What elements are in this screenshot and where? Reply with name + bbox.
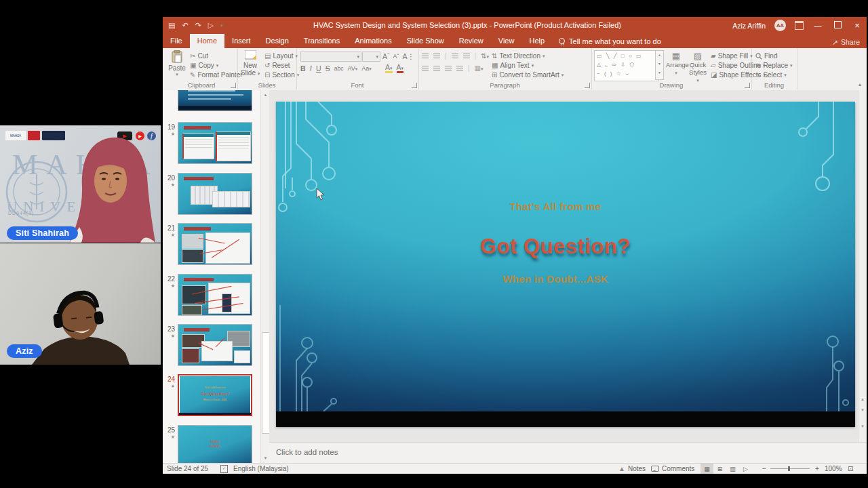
redo-icon[interactable]: ↷ (195, 21, 201, 30)
tell-me-box[interactable]: Tell me what you want to do (552, 34, 668, 48)
next-slide-icon[interactable]: ▾ (859, 407, 867, 413)
align-right-icon[interactable] (445, 66, 452, 71)
collapse-ribbon-icon[interactable]: ▴ (859, 81, 861, 87)
justify-icon[interactable] (456, 66, 463, 71)
thumbnail-scrollbar[interactable]: ▴ ▾ (260, 90, 270, 463)
align-center-icon[interactable] (433, 66, 440, 71)
tab-review[interactable]: Review (452, 34, 491, 48)
convert-smartart-button[interactable]: ⊞Convert to SmartArt▾ (492, 70, 564, 79)
save-icon[interactable]: ▤ (168, 21, 175, 30)
strikethrough-button[interactable]: S (326, 64, 330, 73)
thumbnail-slide-20[interactable] (178, 173, 252, 215)
numbering-icon[interactable] (433, 54, 440, 59)
slideshow-view-button[interactable]: ▷ (739, 464, 752, 474)
tab-home[interactable]: Home (190, 34, 224, 48)
increase-indent-icon[interactable] (463, 54, 470, 59)
section-button[interactable]: ⊟Section▾ (264, 70, 299, 79)
font-dialog-launcher[interactable] (412, 83, 417, 88)
start-slideshow-icon[interactable]: ▷ (208, 21, 214, 30)
shrink-font-button[interactable]: Aˇ (393, 53, 399, 60)
tab-slideshow[interactable]: Slide Show (399, 34, 452, 48)
bullets-icon[interactable] (422, 54, 429, 59)
bold-button[interactable]: B (300, 64, 306, 73)
decrease-indent-icon[interactable] (452, 54, 458, 59)
zoom-level[interactable]: 100% (825, 464, 842, 474)
account-avatar[interactable]: AA (774, 20, 786, 31)
shapes-gallery-scroll[interactable]: ▴▾▾ (655, 50, 664, 80)
arrange-button[interactable]: ▦ Arrange ▾ (666, 51, 686, 76)
font-name-combo[interactable]: ▾ (300, 52, 361, 62)
change-case-button[interactable]: Aa▾ (361, 65, 372, 72)
thumbnail-slide-21[interactable] (178, 223, 252, 265)
align-left-icon[interactable] (422, 66, 429, 71)
zoom-out-button[interactable]: − (762, 464, 766, 474)
scroll-marker[interactable]: ▾ (859, 424, 867, 429)
zoom-slider[interactable] (770, 464, 810, 474)
font-color-button[interactable]: A▾ (397, 63, 404, 73)
highlight-color-button[interactable]: A▾ (385, 63, 393, 73)
font-size-combo[interactable]: ▾ (362, 52, 380, 62)
zoom-in-button[interactable]: + (815, 464, 819, 474)
columns-icon[interactable]: ▥▾ (475, 64, 484, 72)
notes-toggle[interactable]: ▲Notes (618, 464, 646, 474)
notes-placeholder[interactable]: Click to add notes (276, 448, 338, 456)
language-indicator[interactable]: English (Malaysia) (233, 464, 289, 474)
align-text-button[interactable]: ▩Align Text▾ (492, 61, 534, 70)
find-button[interactable]: Find (755, 52, 777, 60)
spell-check-icon[interactable]: ✓ (220, 464, 228, 474)
grow-font-button[interactable]: Aˇ (382, 52, 390, 60)
ribbon-display-options-icon[interactable] (795, 21, 804, 30)
comments-toggle[interactable]: Comments (651, 464, 694, 474)
tab-view[interactable]: View (491, 34, 522, 48)
qat-dropdown-icon[interactable]: ▾ (220, 23, 223, 28)
new-slide-button[interactable]: New Slide ▾ (240, 50, 260, 77)
text-direction-button[interactable]: ⇅Text Direction▾ (492, 52, 545, 60)
select-button[interactable]: ↖Select▾ (755, 70, 787, 79)
account-name[interactable]: Aziz Ariffin (732, 22, 766, 30)
clear-formatting-button[interactable]: A⋮ (403, 52, 415, 60)
previous-slide-icon[interactable]: ▴ (859, 396, 867, 402)
character-spacing-button[interactable]: AV▾ (347, 65, 357, 72)
layout-button[interactable]: ▤Layout▾ (264, 52, 298, 60)
thumbnail-slide-22[interactable] (178, 274, 252, 316)
tab-file[interactable]: File (163, 34, 190, 48)
tab-help[interactable]: Help (521, 34, 552, 48)
thumbnail-slide-23[interactable] (178, 324, 252, 366)
tab-design[interactable]: Design (258, 34, 296, 48)
drawing-dialog-launcher[interactable] (745, 83, 750, 88)
italic-button[interactable]: I (310, 64, 313, 72)
text-shadow-button[interactable]: abc (334, 65, 344, 72)
clipboard-dialog-launcher[interactable] (231, 83, 236, 88)
slide-area-scrollbar[interactable]: ▴ ▾ ▾ (858, 90, 867, 442)
cut-button[interactable]: ✂Cut (190, 52, 208, 60)
line-spacing-icon[interactable]: ⇅▾ (481, 52, 489, 60)
undo-icon[interactable]: ↶ (182, 21, 188, 30)
slide-sorter-view-button[interactable]: ⊞ (713, 464, 726, 474)
tab-insert[interactable]: Insert (224, 34, 258, 48)
format-painter-button[interactable]: ✎Format Painter (190, 70, 243, 79)
share-button[interactable]: ↗ Share (832, 38, 860, 46)
paragraph-dialog-launcher[interactable] (585, 83, 590, 88)
thumbnail-slide-18-partial[interactable] (178, 90, 252, 111)
minimize-button[interactable]: — (812, 22, 823, 30)
shapes-gallery[interactable]: ▭ ╲ ╱ □ ○ ▭△ ⌞ ⇨ ⇩ ⬠~ ( ) ☆ ⌣ (594, 50, 659, 81)
reset-button[interactable]: ↺Reset (264, 61, 290, 70)
replace-button[interactable]: ⇆Replace▾ (755, 61, 793, 70)
maximize-button[interactable] (832, 21, 843, 30)
underline-button[interactable]: U (316, 64, 321, 73)
quick-styles-button[interactable]: ▨ Quick Styles ▾ (688, 51, 708, 83)
notes-pane[interactable]: Click to add notes (269, 442, 867, 464)
close-button[interactable]: × (852, 20, 863, 30)
fit-to-window-icon[interactable]: ⊡ (848, 464, 853, 474)
tab-transitions[interactable]: Transitions (296, 34, 347, 48)
thumbnail-slide-19[interactable] (178, 122, 252, 164)
thumbnail-slide-25[interactable]: Happy Holiday (178, 425, 252, 463)
reading-view-button[interactable]: ▥ (726, 464, 739, 474)
shape-fill-button[interactable]: ▰Shape Fill▾ (711, 52, 753, 60)
tab-animations[interactable]: Animations (347, 34, 399, 48)
copy-button[interactable]: ▣Copy▾ (190, 61, 218, 70)
normal-view-button[interactable]: ▦ (701, 464, 713, 474)
thumbnail-slide-24-selected[interactable]: That's All from me Got Question? When in… (178, 374, 252, 416)
zoom-slider-handle[interactable] (788, 466, 790, 471)
paste-button[interactable]: Paste▾ (167, 50, 187, 77)
